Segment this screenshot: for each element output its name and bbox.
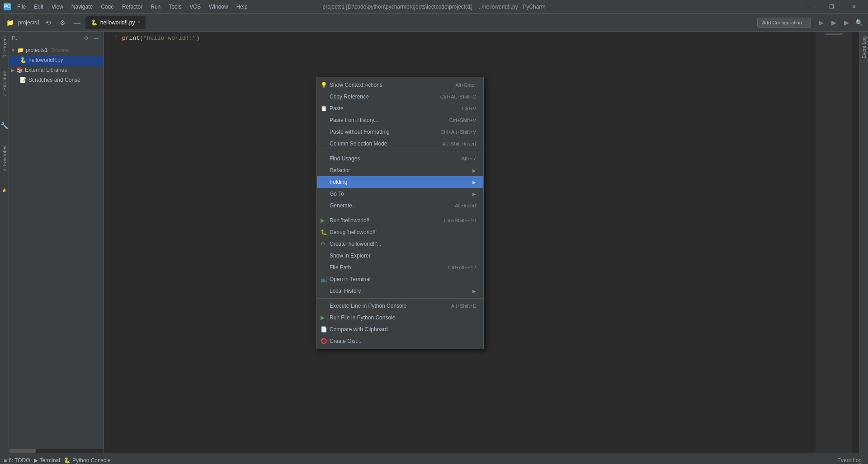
menu-item-text-gist: Create Gist...: [330, 338, 362, 344]
py-file-icon: 🐍: [20, 57, 27, 63]
menu-debug-helloworld[interactable]: 🐛 Debug 'helloworld!!': [317, 226, 483, 238]
folder-icon: 📁: [17, 47, 24, 53]
settings-button[interactable]: ⚙: [57, 16, 69, 29]
menu-item-label-history: Local History: [330, 288, 361, 294]
close-button[interactable]: ✕: [844, 0, 864, 14]
tab-close-button[interactable]: ×: [137, 20, 140, 25]
panel-scrollbar-thumb[interactable]: [9, 449, 36, 453]
app-icon: PC: [4, 3, 11, 10]
create-icon: ⚙: [321, 241, 326, 247]
menu-find-usages[interactable]: Find Usages Alt+F7: [317, 153, 483, 164]
editor-content[interactable]: 1 print("hello world!!"): [104, 32, 859, 44]
menu-show-context-actions[interactable]: 💡 Show Context Actions Alt+Enter: [317, 79, 483, 91]
panel-minus-button[interactable]: —: [92, 33, 101, 42]
menu-paste-history[interactable]: Paste from History... Ctrl+Shift+V: [317, 114, 483, 126]
code-func: print: [122, 35, 140, 42]
tree-scratch-label: Scratches and Conse: [28, 77, 80, 83]
menu-run[interactable]: Run: [147, 3, 164, 11]
menu-item-label-goto: Go To: [330, 191, 344, 197]
menu-item-text-explorer: Show in Explorer: [330, 253, 371, 259]
menu-shortcut-copy: Ctrl+Alt+Shift+C: [440, 94, 476, 99]
menu-file-path[interactable]: File Path Ctrl+Alt+F12: [317, 262, 483, 273]
tree-expand-icon: ▼: [11, 48, 15, 53]
menu-item-text: Show Context Actions: [330, 82, 382, 88]
tree-item-root[interactable]: ▼ 📁 projects1 D:\code\: [9, 45, 104, 55]
menu-paste-no-format[interactable]: Paste without Formatting Ctrl+Alt+Shift+…: [317, 126, 483, 138]
menu-execute-line[interactable]: Execute Line in Python Console Alt+Shift…: [317, 300, 483, 312]
menu-item-label-paste-hist: Paste from History...: [330, 117, 378, 123]
tab-python-console[interactable]: 🐍 Python Console: [64, 457, 111, 464]
folder-icon: 📁: [6, 19, 14, 26]
profile-button[interactable]: ▶: [841, 17, 852, 28]
tree-item-helloworld[interactable]: 🐍 helloworld!!.py: [9, 55, 104, 65]
menu-create-helloworld[interactable]: ⚙ Create 'helloworld!!'...: [317, 238, 483, 250]
menu-navigate[interactable]: Navigate: [68, 3, 96, 11]
menu-open-terminal[interactable]: 📺 Open in Terminal: [317, 273, 483, 285]
sync-button[interactable]: ⟲: [42, 16, 55, 29]
run-button[interactable]: ▶: [816, 17, 826, 28]
tab-todo[interactable]: ≡ 6: TODO: [4, 457, 30, 464]
tab-terminal[interactable]: ▶ Terminal: [34, 457, 60, 464]
context-menu: 💡 Show Context Actions Alt+Enter Copy Re…: [316, 77, 484, 349]
tree-item-scratches[interactable]: 📝 Scratches and Conse: [9, 75, 104, 85]
menu-item-label: 💡 Show Context Actions: [330, 82, 382, 88]
terminal-tab-icon: ▶: [34, 457, 38, 464]
sidebar-label-favorites[interactable]: 2: Favorites: [2, 145, 7, 171]
panel-header: P... ⚙ —: [9, 32, 104, 44]
menu-view[interactable]: View: [48, 3, 67, 11]
todo-icon: ≡: [4, 457, 7, 464]
menu-paste[interactable]: 📋 Paste Ctrl+V: [317, 103, 483, 114]
menu-run-helloworld[interactable]: ▶ Run 'helloworld!!' Ctrl+Shift+F10: [317, 215, 483, 226]
menu-edit[interactable]: Edit: [30, 3, 47, 11]
menu-item-label-filepath: File Path: [330, 264, 351, 271]
minimap: [816, 32, 852, 453]
menu-item-text-find: Find Usages: [330, 155, 360, 162]
run-file-icon: ▶: [321, 314, 325, 321]
menu-show-explorer[interactable]: Show in Explorer: [317, 250, 483, 262]
menu-copy-reference[interactable]: Copy Reference Ctrl+Alt+Shift+C: [317, 91, 483, 103]
menu-create-gist[interactable]: ⭕ Create Gist...: [317, 335, 483, 347]
menu-shortcut-generate: Alt+Insert: [455, 203, 476, 208]
menu-item-text-copy: Copy Reference: [330, 94, 369, 100]
search-button[interactable]: 🔍: [854, 17, 864, 28]
menu-window[interactable]: Window: [205, 3, 232, 11]
minus-button[interactable]: —: [71, 16, 84, 29]
menu-item-label-folding: Folding: [330, 179, 347, 185]
menu-go-to[interactable]: Go To ▶: [317, 188, 483, 200]
panel-tools: ⚙ —: [82, 33, 101, 42]
right-sidebar-event-log[interactable]: Event Log: [861, 36, 867, 59]
menu-folding[interactable]: Folding ▶: [317, 176, 483, 188]
menu-vcs[interactable]: VCS: [186, 3, 204, 11]
event-log-right-label[interactable]: Event Log: [835, 456, 864, 464]
menu-item-text-refactor: Refactor: [330, 167, 350, 173]
menu-local-history[interactable]: Local History ▶: [317, 285, 483, 297]
tree-item-libraries[interactable]: ▶ 📚 External Libraries: [9, 65, 104, 75]
maximize-button[interactable]: ❐: [821, 0, 842, 14]
editor-area[interactable]: 1 print("hello world!!") 💡 Show Context …: [104, 32, 859, 453]
project-name[interactable]: 📁: [4, 16, 16, 29]
menu-tools[interactable]: Tools: [165, 3, 185, 11]
minimize-button[interactable]: —: [798, 0, 819, 14]
menu-column-selection[interactable]: Column Selection Mode Alt+Shift+Insert: [317, 138, 483, 150]
menu-help[interactable]: Help: [233, 3, 251, 11]
panel-scrollbar[interactable]: [9, 449, 104, 453]
tab-label: helloworld!!.py: [100, 19, 135, 26]
editor-tab[interactable]: 🐍 helloworld!!.py ×: [85, 16, 146, 29]
menu-item-text-execute: Execute Line in Python Console: [330, 303, 406, 309]
menu-refactor[interactable]: Refactor ▶: [317, 164, 483, 176]
sidebar-label-project[interactable]: 1: Project: [2, 36, 7, 57]
tab-todo-label: 6: TODO: [9, 457, 30, 464]
sidebar-label-structure[interactable]: Z: Structure: [2, 70, 7, 96]
menu-run-file-console[interactable]: ▶ Run File in Python Console: [317, 312, 483, 323]
coverage-button[interactable]: ▶: [828, 17, 839, 28]
menu-generate[interactable]: Generate... Alt+Insert: [317, 200, 483, 211]
panel-cog-button[interactable]: ⚙: [82, 33, 91, 42]
add-configuration-button[interactable]: Add Configuration...: [757, 18, 811, 28]
menu-item-label-terminal: 📺 Open in Terminal: [330, 276, 371, 282]
menu-compare-clipboard[interactable]: 📄 Compare with Clipboard: [317, 323, 483, 335]
menu-refactor[interactable]: Refactor: [118, 3, 146, 11]
menu-code[interactable]: Code: [97, 3, 118, 11]
code-line-1: 1 print("hello world!!"): [104, 33, 859, 42]
menu-file[interactable]: File: [14, 3, 29, 11]
far-left-sidebar: 1: Project Z: Structure 🔧 2: Favorites ★: [0, 32, 9, 453]
